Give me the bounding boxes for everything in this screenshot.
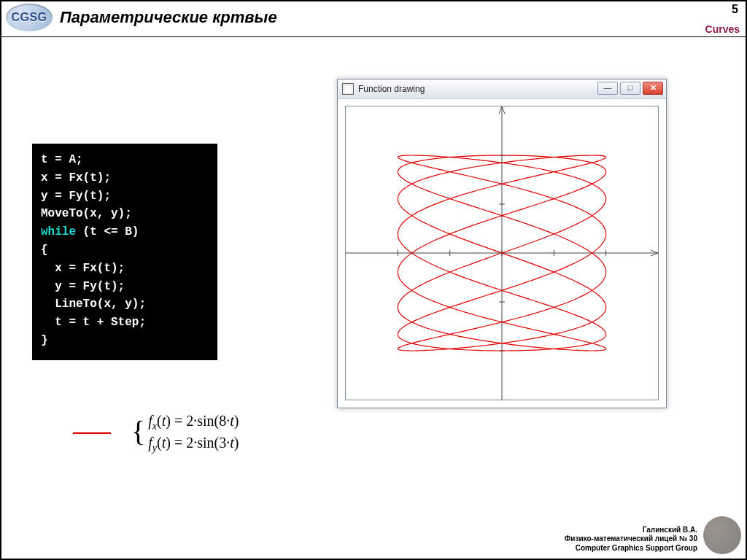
code-line: { (41, 244, 48, 257)
slide: CGSG Параметрические кртвые 5 Curves t =… (0, 0, 747, 560)
code-block: t = A; x = Fx(t); y = Fy(t); MoveTo(x, y… (32, 144, 217, 360)
code-line: t = t + Step; (41, 316, 146, 329)
maximize-button[interactable]: □ (620, 82, 640, 95)
window-title: Function drawing (358, 84, 425, 94)
window-buttons: — □ ✕ (597, 82, 663, 95)
code-keyword-while: while (41, 225, 76, 238)
section-label: Curves (705, 23, 740, 35)
header: CGSG Параметрические кртвые 5 Curves (1, 1, 746, 37)
footer-line: Галинский В.А. (565, 526, 697, 535)
brace-icon: { (131, 417, 145, 446)
window-titlebar[interactable]: Function drawing — □ ✕ (338, 79, 666, 99)
code-line: (t <= B) (76, 225, 139, 238)
formula-area: { fx(t) = 2·sin(8·t) fy(t) = 2·sin(3·t) (73, 411, 239, 455)
equations: fx(t) = 2·sin(8·t) fy(t) = 2·sin(3·t) (148, 411, 239, 455)
code-line: } (41, 334, 48, 347)
plot-svg (346, 106, 658, 400)
plot-area (345, 106, 659, 400)
minimize-button[interactable]: — (597, 82, 618, 95)
page-number: 5 (732, 3, 738, 16)
code-line: LineTo(x, y); (41, 298, 146, 311)
footer-line: Computer Graphics Support Group (565, 544, 697, 553)
code-line: y = Fy(t); (41, 280, 125, 293)
legend-line (73, 432, 111, 434)
window-icon (342, 83, 354, 95)
code-line: x = Fx(t); (41, 171, 111, 184)
code-line: x = Fx(t); (41, 262, 125, 275)
code-line: t = A; (41, 153, 83, 166)
footer: Галинский В.А. Физико-математический лиц… (565, 526, 697, 553)
code-line: y = Fy(t); (41, 190, 111, 203)
footer-logo (703, 516, 741, 554)
close-button[interactable]: ✕ (643, 82, 663, 95)
code-line: MoveTo(x, y); (41, 207, 132, 220)
logo-cgsg: CGSG (6, 4, 53, 31)
page-title: Параметрические кртвые (60, 8, 277, 27)
footer-line: Физико-математический лицей № 30 (565, 534, 697, 544)
window-function-drawing: Function drawing — □ ✕ (337, 79, 667, 408)
